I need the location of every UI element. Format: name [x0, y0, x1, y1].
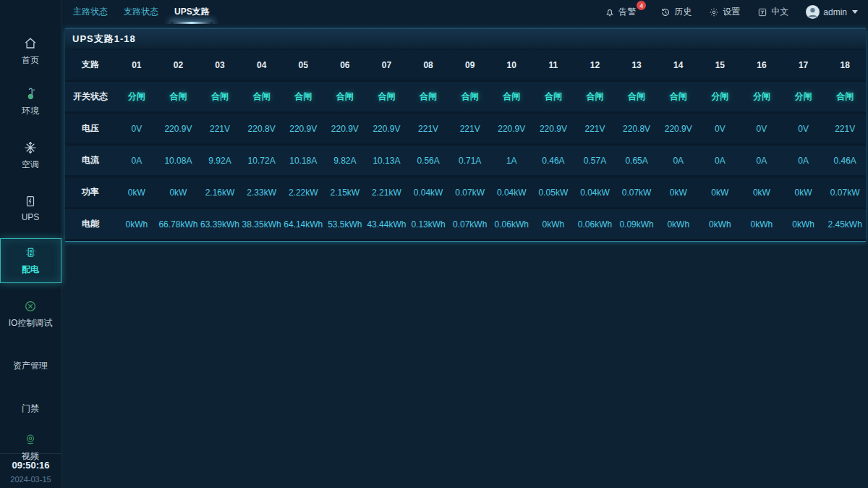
power-distribution-icon [23, 245, 38, 260]
table-cell: 11 [532, 60, 574, 70]
table-cell: 53.5kWh [324, 219, 366, 230]
username: admin [823, 7, 847, 17]
table-cell: 2.33kW [241, 188, 283, 198]
table-cell: 18 [824, 60, 866, 70]
alarm-label: 告警 [618, 6, 636, 18]
table-cell: 0kWh [658, 219, 699, 230]
home-icon [24, 36, 37, 51]
table-cell: 0A [116, 156, 158, 166]
table-cell: 0.07kWh [449, 219, 491, 230]
table-cell: 0kW [658, 188, 699, 198]
sidebar-item-label: 门禁 [22, 403, 39, 415]
settings-label: 设置 [723, 6, 740, 18]
row-label: 电流 [65, 154, 116, 167]
table-cell: 0.07kW [449, 188, 491, 198]
table-cell: 0.04kW [407, 188, 449, 198]
clock-time: 09:50:16 [0, 460, 61, 471]
sidebar-item-label: 配电 [22, 264, 39, 276]
table-cell: 合闸 [199, 91, 241, 103]
row-label: 功率 [65, 186, 116, 198]
tab-ups-branch[interactable]: UPS支路 [171, 0, 213, 24]
bell-icon [605, 7, 615, 17]
row-label: 电压 [65, 122, 116, 135]
table-cell: 0.05kW [532, 188, 574, 198]
sidebar-item-hvac[interactable]: 空调 [0, 136, 61, 175]
sidebar-item-access-control[interactable]: 门禁 [0, 398, 61, 419]
ups-branch-panel: UPS支路1-18 支路0102030405060708091011121314… [65, 28, 866, 242]
table-cell: 10.18A [282, 156, 324, 166]
history-label: 历史 [674, 6, 692, 18]
table-cell: 9.82A [324, 156, 366, 166]
table-cell: 0V [741, 124, 783, 134]
table-cell: 合闸 [824, 91, 866, 103]
table-cell: 220.8V [241, 124, 283, 134]
table-cell: 220.9V [658, 124, 699, 134]
table-cell: 0kW [741, 188, 783, 198]
table-cell: 06 [324, 60, 366, 70]
table-cell: 0.56A [407, 156, 449, 166]
table-cell: 合闸 [532, 91, 574, 103]
table-cell: 合闸 [282, 91, 324, 103]
sidebar-item-power-distribution[interactable]: 配电 [0, 238, 61, 283]
table-cell: 221V [199, 124, 241, 134]
table-cell: 0.04kW [490, 188, 532, 198]
table-cell: 09 [449, 60, 491, 70]
table-cell: 合闸 [158, 91, 200, 103]
sidebar-item-environment[interactable]: c 环境 [0, 83, 61, 122]
table-cell: 0kWh [699, 219, 741, 230]
table-cell: 220.9V [158, 124, 200, 134]
alarm-button[interactable]: 告警 4 [605, 6, 636, 18]
table-cell: 0.09kWh [616, 219, 658, 230]
table-cell: 220.9V [324, 124, 366, 134]
table-cell: 2.45kWh [824, 219, 866, 230]
history-button[interactable]: 历史 [660, 6, 692, 18]
table-cell: 38.35kWh [241, 219, 283, 230]
table-cell: 2.15kW [324, 188, 366, 198]
table-cell: 合闸 [574, 91, 616, 103]
table-cell: 10.72A [241, 156, 283, 166]
table-cell: 16 [741, 60, 783, 70]
table-cell: 0.04kW [574, 188, 616, 198]
table-cell: 分闸 [741, 91, 783, 103]
table-cell: 0.65A [616, 156, 658, 166]
table-cell: 合闸 [616, 91, 658, 103]
sidebar-item-assets[interactable]: 资产管理 [0, 356, 61, 376]
table-cell: 220.8V [616, 124, 658, 134]
table-row: 功率0kW0kW2.16kW2.33kW2.22kW2.15kW2.21kW0.… [65, 177, 866, 209]
table-cell: 220.9V [532, 124, 574, 134]
table-cell: 10.08A [158, 156, 200, 166]
tab-main-circuit-status[interactable]: 主路状态 [70, 0, 111, 24]
table-cell: 02 [158, 60, 200, 70]
topbar-actions: 告警 4 历史 设置 [605, 5, 858, 19]
ups-battery-icon [24, 194, 37, 209]
table-cell: 合闸 [407, 91, 449, 103]
table-cell: 0.46A [532, 156, 574, 166]
table-row: 电压0V220.9V221V220.8V220.9V220.9V220.9V22… [65, 114, 866, 146]
chevron-down-icon [852, 10, 858, 14]
table-cell: 合闸 [324, 91, 366, 103]
language-button[interactable]: 中文 [757, 6, 788, 18]
table-cell: 0.46A [824, 156, 866, 166]
table-cell: 08 [407, 60, 449, 70]
table-cell: 1A [490, 156, 532, 166]
sidebar-item-home[interactable]: 首页 [0, 32, 61, 71]
topbar: 主路状态 支路状态 UPS支路 告警 4 [61, 0, 868, 24]
sidebar-item-io-debug[interactable]: IO控制调试 [0, 295, 61, 334]
sidebar-item-ups[interactable]: UPS [0, 190, 61, 227]
table-cell: 0kWh [116, 219, 158, 230]
table-cell: 分闸 [783, 91, 825, 103]
user-menu[interactable]: admin [806, 5, 858, 19]
app-window: 首页 c 环境 空调 [0, 0, 868, 488]
table-cell: 220.9V [282, 124, 324, 134]
table-cell: 0.06kWh [574, 219, 616, 230]
table-cell: 13 [616, 60, 658, 70]
table-cell: 0A [699, 156, 741, 166]
table-cell: 0A [658, 156, 699, 166]
sidebar-item-label: 环境 [22, 105, 39, 117]
tab-branch-status[interactable]: 支路状态 [121, 0, 161, 24]
table-cell: 12 [574, 60, 616, 70]
settings-button[interactable]: 设置 [709, 6, 740, 18]
table-cell: 0.13kWh [407, 219, 449, 230]
table-cell: 220.9V [366, 124, 408, 134]
table-cell: 合闸 [241, 91, 283, 103]
